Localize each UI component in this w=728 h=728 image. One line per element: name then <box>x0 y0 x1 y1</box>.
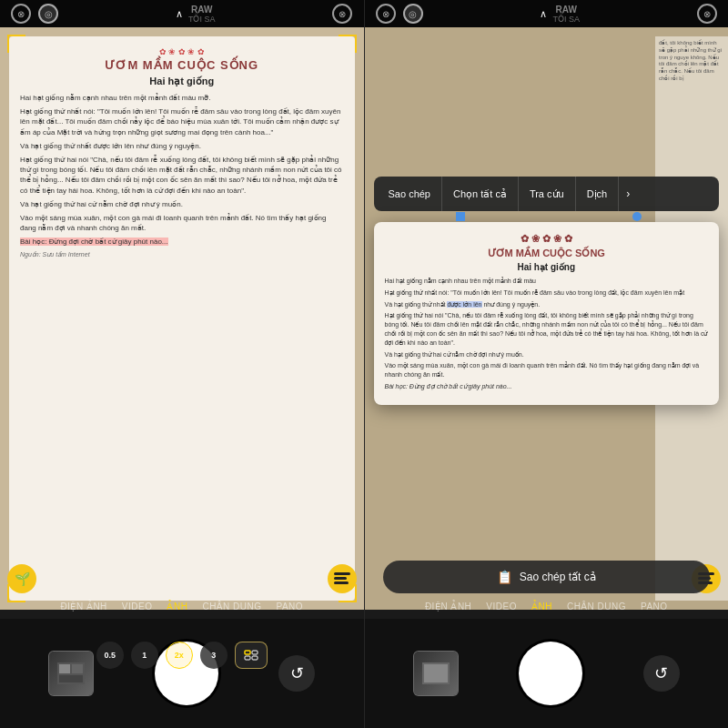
popup-doc-main-title: ƯƠM MẦM CUỘC SỐNG <box>385 248 709 259</box>
settings-icon-left[interactable]: ⊗ <box>332 4 352 24</box>
left-camera-controls: ↺ <box>0 619 364 728</box>
popup-para-4: Và hạt giống thứ hai cứ nằm chờ đợi như … <box>385 350 709 359</box>
svg-rect-0 <box>334 572 350 575</box>
left-doc-author: Nguồn: Sưu tầm Internet <box>20 250 344 259</box>
copy-icon: 📋 <box>497 570 512 584</box>
zoom-1-btn[interactable]: 1 <box>131 642 158 669</box>
left-status-right: ⊗ <box>332 4 352 24</box>
left-doc-para-2: Hạt giống thứ nhất nói: "Tôi muốn lớn lê… <box>20 106 344 137</box>
context-menu: Sao chép Chọn tất cả Tra cứu Dịch › <box>374 177 720 211</box>
mode-pano-left[interactable]: PANO <box>276 602 303 612</box>
left-doc-para-1: Hai hạt giống nằm cạnh nhau trên một mản… <box>20 93 344 103</box>
svg-rect-1 <box>334 577 347 580</box>
popup-document: ✿ ❀ ✿ ❀ ✿ ƯƠM MẦM CUỘC SỐNG Hai hạt giốn… <box>374 222 720 405</box>
mode-video-left[interactable]: VIDEO <box>122 602 153 612</box>
left-mode-bar: ĐIỆN ẢNH VIDEO ẢNH CHÂN DUNG PANO <box>0 593 364 619</box>
svg-rect-4 <box>252 651 258 654</box>
popup-doc-decorative: ✿ ❀ ✿ ❀ ✿ <box>385 233 709 245</box>
chevron-up-icon: ∧ <box>176 8 183 20</box>
menu-chon-tat-ca[interactable]: Chọn tất cả <box>442 177 519 211</box>
left-status-center: ∧ RAW TỐI SA <box>176 5 216 24</box>
left-viewfinder-bg: ✿ ❀ ✿ ❀ ✿ ƯƠM MẦM CUỘC SỐNG Hai hạt giốn… <box>0 27 364 610</box>
right-status-icons: ⊗ ◎ <box>376 4 423 24</box>
popup-para-3: Hạt giống thứ hai nói "Chà, nếu tôi đâm … <box>385 311 709 347</box>
menu-tra-cuu[interactable]: Tra cứu <box>519 177 576 211</box>
left-doc-para-4: Hạt giống thứ hai nói "Chà, nếu tôi đâm … <box>20 155 344 196</box>
mode-video-right[interactable]: VIDEO <box>486 602 517 612</box>
mode-dien-anh-left[interactable]: ĐIỆN ẢNH <box>60 602 106 612</box>
svg-rect-2 <box>334 581 349 584</box>
svg-rect-6 <box>252 656 258 660</box>
right-status-bar: ⊗ ◎ ∧ RAW TỐI SA ⊗ <box>365 0 729 27</box>
mode-chan-dung-left[interactable]: CHÂN DUNG <box>202 602 261 612</box>
right-thumbnail[interactable] <box>413 651 459 696</box>
highlighted-text: Bài học: Đừng đợi chờ bất cứ giây phút n… <box>20 238 168 246</box>
copy-all-label: Sao chép tất cả <box>520 571 596 583</box>
raw-label-right: RAW <box>556 5 577 15</box>
popup-para-6: Bài học: Đừng đợi chờ bất cứ giây phút n… <box>385 382 709 391</box>
mode-dien-anh-right[interactable]: ĐIỆN ẢNH <box>425 602 471 612</box>
toi-sa-label: TỐI SA <box>188 15 216 24</box>
selection-dot-left <box>456 212 465 221</box>
settings-icon-right[interactable]: ⊗ <box>697 4 717 24</box>
svg-rect-5 <box>245 656 250 660</box>
svg-rect-15 <box>424 664 448 682</box>
right-phone-screen: ⊗ ◎ ∧ RAW TỐI SA ⊗ đất, tôi không biết m… <box>365 0 729 728</box>
selection-dot-right <box>632 212 642 221</box>
menu-dich[interactable]: Dịch <box>576 177 620 211</box>
live-photo-icon[interactable]: ◎ <box>38 4 58 24</box>
popup-para-5: Vào một sáng mùa xuân, một con gà mái đi… <box>385 361 709 379</box>
text-selection-popup: Sao chép Chọn tất cả Tra cứu Dịch › ✿ ❀ … <box>374 177 720 405</box>
left-phone-screen: ⊗ ◎ ∧ RAW TỐI SA ⊗ ✿ ❀ ✿ ❀ ✿ <box>0 0 364 728</box>
context-menu-more[interactable]: › <box>619 187 637 200</box>
popup-para-selected: Và hạt giống thứ nhất được lớn lên như đ… <box>385 300 709 309</box>
left-doc-para-highlight: Bài học: Đừng đợi chờ bất cứ giây phút n… <box>20 237 344 247</box>
copy-all-banner[interactable]: 📋 Sao chép tất cả <box>383 561 711 593</box>
left-status-bar: ⊗ ◎ ∧ RAW TỐI SA ⊗ <box>0 0 364 27</box>
mode-anh-right[interactable]: ẢNH <box>531 602 552 612</box>
live-photo-icon-right[interactable]: ◎ <box>403 4 423 24</box>
svg-rect-3 <box>245 651 250 654</box>
menu-sao-chep[interactable]: Sao chép <box>378 177 442 211</box>
zoom-3-btn[interactable]: 3 <box>200 642 228 669</box>
zoom-2x-btn[interactable]: 2x <box>166 642 193 669</box>
left-doc-decorative: ✿ ❀ ✿ ❀ ✿ <box>20 47 344 56</box>
popup-doc-subtitle: Hai hạt giống <box>385 262 709 272</box>
raw-label: RAW <box>191 5 212 15</box>
left-doc-subtitle: Hai hạt giống <box>20 76 344 87</box>
flash-off-icon-right[interactable]: ⊗ <box>376 4 396 24</box>
left-document: ✿ ❀ ✿ ❀ ✿ ƯƠM MẦM CUỘC SỐNG Hai hạt giốn… <box>9 36 355 601</box>
popup-para-1: Hai hạt giống nằm cạnh nhau trên một mản… <box>385 277 709 286</box>
flash-off-icon[interactable]: ⊗ <box>11 4 31 24</box>
right-mode-bar: ĐIỆN ẢNH VIDEO ẢNH CHÂN DUNG PANO <box>365 593 729 619</box>
mode-chan-dung-right[interactable]: CHÂN DUNG <box>567 602 626 612</box>
plant-icon[interactable]: 🌱 <box>7 564 36 593</box>
left-zoom-toolbar: 0.5 1 2x 3 <box>0 637 364 673</box>
selected-text-span: được lớn lên <box>447 301 481 308</box>
left-doc-para-5: Và hạt giống thứ hai cứ nằm chờ đợi như … <box>20 199 344 209</box>
left-viewfinder: ✿ ❀ ✿ ❀ ✿ ƯƠM MẦM CUỘC SỐNG Hai hạt giốn… <box>0 27 364 610</box>
right-flip-btn[interactable]: ↺ <box>643 655 680 692</box>
right-thumbnail-inner <box>414 652 458 695</box>
mode-anh-left[interactable]: ẢNH <box>167 602 187 612</box>
right-camera-controls: ↺ <box>365 619 729 728</box>
right-bg-text: đất, tôi không biết mình sẽ gặp phải nhữ… <box>659 40 724 83</box>
svg-rect-10 <box>59 675 83 682</box>
right-shutter-btn[interactable] <box>519 642 582 705</box>
left-doc-para-3: Và hạt giống thứ nhất được lớn lên như đ… <box>20 141 344 151</box>
left-status-icons: ⊗ ◎ <box>11 4 58 24</box>
chevron-up-icon-right: ∧ <box>540 8 547 20</box>
selection-dots-row <box>374 211 720 222</box>
scan-icon-btn[interactable] <box>235 642 268 669</box>
zoom-05-btn[interactable]: 0.5 <box>96 642 124 669</box>
mode-pano-right[interactable]: PANO <box>641 602 668 612</box>
right-status-center: ∧ RAW TỐI SA <box>540 5 580 24</box>
live-text-icon[interactable] <box>328 564 357 593</box>
left-doc-title: ƯƠM MẦM CUỘC SỐNG <box>20 58 344 72</box>
left-doc-para-6: Vào một sáng mùa xuân, một con gà mái đi… <box>20 213 344 233</box>
popup-para-2: Hạt giống thứ nhất nói: "Tôi muốn lớn lê… <box>385 288 709 298</box>
toi-sa-label-right: TỐI SA <box>552 15 580 24</box>
right-status-right: ⊗ <box>697 4 717 24</box>
